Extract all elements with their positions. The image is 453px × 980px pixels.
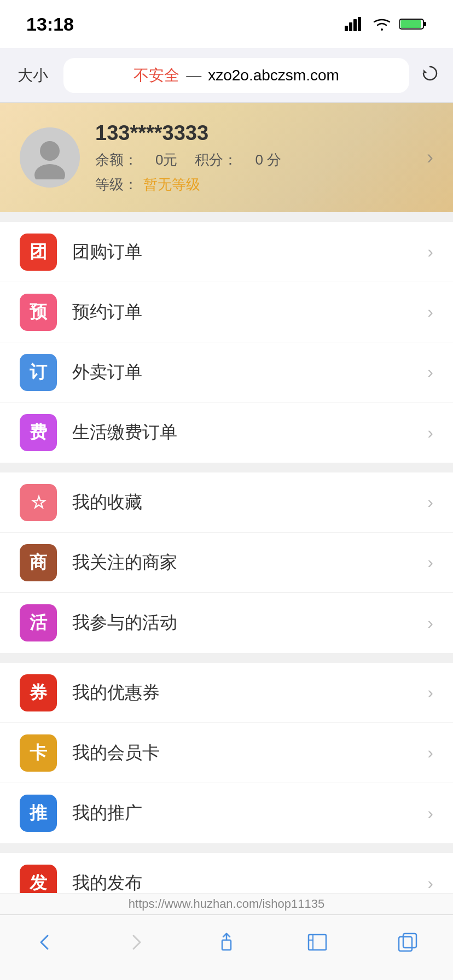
menu-item-favorites[interactable]: ☆我的收藏› bbox=[0, 472, 453, 533]
svg-point-8 bbox=[40, 141, 60, 161]
svg-rect-6 bbox=[400, 20, 421, 28]
browser-url-bottom: https://www.huzhan.com/ishop11135 bbox=[0, 893, 453, 914]
nav-tabs-button[interactable] bbox=[384, 929, 432, 955]
avatar-person-icon bbox=[28, 136, 72, 179]
menu-label-activities: 我参与的活动 bbox=[72, 611, 427, 635]
balance-value: 0元 bbox=[155, 150, 177, 170]
menu-label-promotion: 我的推广 bbox=[72, 801, 427, 825]
menu-label-bill-order: 生活缴费订单 bbox=[72, 421, 427, 445]
back-icon bbox=[32, 929, 59, 955]
battery-icon bbox=[399, 17, 427, 31]
reload-icon bbox=[420, 63, 440, 83]
svg-marker-7 bbox=[423, 69, 427, 73]
insecure-label: 不安全 bbox=[133, 65, 179, 86]
menu-label-booking-order: 预约订单 bbox=[72, 300, 427, 324]
menu-group-2: 券我的优惠券›卡我的会员卡›推我的推广› bbox=[0, 663, 453, 843]
svg-rect-3 bbox=[358, 17, 361, 31]
status-bar: 13:18 bbox=[0, 0, 453, 48]
svg-point-9 bbox=[34, 164, 65, 179]
menu-group-1: ☆我的收藏›商我关注的商家›活我参与的活动› bbox=[0, 472, 453, 653]
menu-icon-favorites: ☆ bbox=[20, 484, 57, 521]
svg-rect-0 bbox=[345, 26, 348, 31]
menu-label-followed-shops: 我关注的商家 bbox=[72, 551, 427, 575]
nav-back-button[interactable] bbox=[21, 929, 69, 955]
section-separator-0 bbox=[0, 212, 453, 222]
url-dash: — bbox=[186, 67, 201, 84]
svg-rect-1 bbox=[349, 22, 352, 31]
menu-container: 团团购订单›预预约订单›订外卖订单›费生活缴费订单›☆我的收藏›商我关注的商家›… bbox=[0, 212, 453, 913]
level-value: 暂无等级 bbox=[143, 175, 200, 194]
section-separator-3 bbox=[0, 843, 453, 853]
menu-item-booking-order[interactable]: 预预约订单› bbox=[0, 282, 453, 342]
menu-arrow-bill-order: › bbox=[427, 423, 433, 443]
size-button[interactable]: 大小 bbox=[13, 61, 53, 90]
signal-icon bbox=[345, 17, 364, 31]
menu-icon-delivery-order: 订 bbox=[20, 354, 57, 391]
browser-bar: 大小 不安全 — xzo2o.abczsm.com bbox=[0, 48, 453, 103]
menu-arrow-member-card: › bbox=[427, 743, 433, 763]
reload-button[interactable] bbox=[420, 63, 440, 88]
menu-item-delivery-order[interactable]: 订外卖订单› bbox=[0, 342, 453, 402]
svg-rect-10 bbox=[222, 940, 231, 950]
nav-forward-button[interactable] bbox=[112, 929, 160, 955]
section-separator-1 bbox=[0, 463, 453, 472]
menu-group-0: 团团购订单›预预约订单›订外卖订单›费生活缴费订单› bbox=[0, 222, 453, 463]
menu-arrow-my-publish: › bbox=[427, 873, 433, 894]
wifi-icon bbox=[372, 16, 392, 32]
menu-label-group-order: 团购订单 bbox=[72, 240, 427, 264]
svg-rect-11 bbox=[309, 935, 326, 950]
menu-label-delivery-order: 外卖订单 bbox=[72, 360, 427, 384]
menu-label-favorites: 我的收藏 bbox=[72, 491, 427, 515]
level-label: 等级： bbox=[95, 175, 138, 194]
menu-arrow-booking-order: › bbox=[427, 302, 433, 322]
tabs-icon bbox=[394, 929, 421, 955]
menu-arrow-group-order: › bbox=[427, 242, 433, 262]
section-separator-2 bbox=[0, 653, 453, 663]
menu-arrow-promotion: › bbox=[427, 803, 433, 824]
bookmarks-icon bbox=[304, 929, 330, 955]
balance-label: 余额： bbox=[95, 150, 138, 170]
menu-item-promotion[interactable]: 推我的推广› bbox=[0, 783, 453, 843]
avatar bbox=[20, 127, 80, 188]
menu-icon-coupons: 券 bbox=[20, 674, 57, 711]
svg-rect-2 bbox=[353, 19, 357, 31]
nav-share-button[interactable] bbox=[202, 929, 251, 955]
nav-bookmarks-button[interactable] bbox=[293, 929, 341, 955]
browser-nav bbox=[0, 914, 453, 980]
menu-arrow-coupons: › bbox=[427, 682, 433, 703]
svg-rect-15 bbox=[403, 934, 416, 948]
menu-label-member-card: 我的会员卡 bbox=[72, 741, 427, 765]
menu-arrow-favorites: › bbox=[427, 492, 433, 512]
forward-icon bbox=[123, 929, 149, 955]
url-bar[interactable]: 不安全 — xzo2o.abczsm.com bbox=[63, 58, 409, 93]
points-label: 积分： bbox=[195, 150, 237, 170]
banner-bg bbox=[278, 103, 453, 212]
menu-arrow-activities: › bbox=[427, 613, 433, 633]
menu-arrow-followed-shops: › bbox=[427, 552, 433, 573]
menu-arrow-delivery-order: › bbox=[427, 362, 433, 382]
menu-icon-group-order: 团 bbox=[20, 234, 57, 271]
menu-icon-promotion: 推 bbox=[20, 795, 57, 832]
menu-icon-followed-shops: 商 bbox=[20, 544, 57, 581]
menu-icon-bill-order: 费 bbox=[20, 414, 57, 451]
url-text: xzo2o.abczsm.com bbox=[208, 67, 339, 84]
menu-item-group-order[interactable]: 团团购订单› bbox=[0, 222, 453, 282]
menu-item-activities[interactable]: 活我参与的活动› bbox=[0, 593, 453, 653]
menu-label-my-publish: 我的发布 bbox=[72, 871, 427, 895]
menu-icon-booking-order: 预 bbox=[20, 294, 57, 331]
svg-rect-14 bbox=[399, 937, 412, 951]
menu-icon-activities: 活 bbox=[20, 604, 57, 641]
points-value: 0 分 bbox=[255, 150, 281, 170]
share-icon bbox=[213, 929, 240, 955]
svg-rect-5 bbox=[423, 22, 426, 26]
menu-item-followed-shops[interactable]: 商我关注的商家› bbox=[0, 533, 453, 593]
status-time: 13:18 bbox=[26, 14, 74, 35]
menu-item-coupons[interactable]: 券我的优惠券› bbox=[0, 663, 453, 723]
menu-item-bill-order[interactable]: 费生活缴费订单› bbox=[0, 402, 453, 463]
menu-item-member-card[interactable]: 卡我的会员卡› bbox=[0, 723, 453, 783]
user-banner[interactable]: 133****3333 余额：0元 积分：0 分 等级： 暂无等级 › bbox=[0, 103, 453, 212]
menu-label-coupons: 我的优惠券 bbox=[72, 681, 427, 705]
status-icons bbox=[345, 16, 427, 32]
menu-icon-member-card: 卡 bbox=[20, 734, 57, 772]
